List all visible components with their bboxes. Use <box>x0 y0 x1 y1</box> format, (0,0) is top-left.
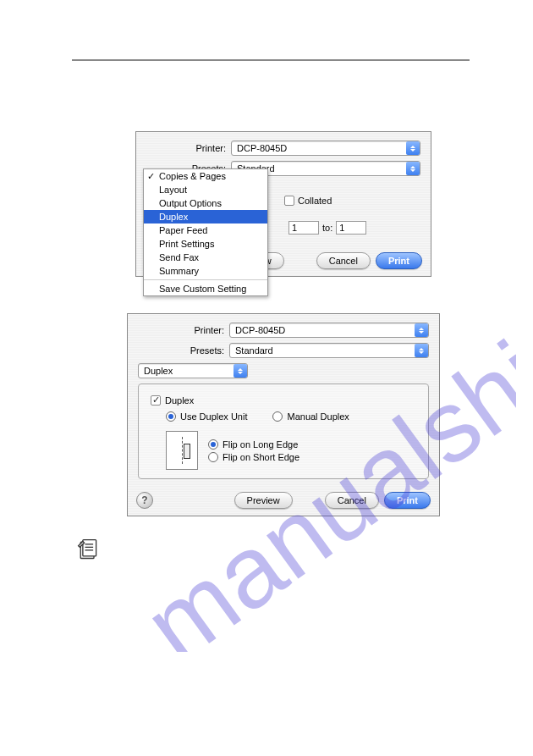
preview-button[interactable]: Preview <box>234 492 293 509</box>
use-duplex-unit-label: Use Duplex Unit <box>180 411 247 422</box>
print-dialog-duplex-pane: Printer: DCP-8045D Presets: Standard Dup… <box>127 313 440 516</box>
menu-item-output-options[interactable]: Output Options <box>144 196 267 210</box>
flip-long-edge-label: Flip on Long Edge <box>223 439 298 450</box>
printer-value: DCP-8045D <box>237 143 287 153</box>
pane-select-value: Duplex <box>144 366 173 376</box>
svg-rect-2 <box>83 540 96 556</box>
dropdown-arrows-icon <box>415 323 428 337</box>
dropdown-arrows-icon <box>406 162 420 175</box>
menu-item-duplex[interactable]: Duplex <box>144 210 267 223</box>
duplex-checkbox-label: Duplex <box>165 395 194 406</box>
print-dialog-menu-open: Printer: DCP-8045D Presets: Standard Cop… <box>135 131 431 277</box>
printer-select[interactable]: DCP-8045D <box>229 323 429 338</box>
duplex-options-panel: Duplex Use Duplex Unit Manual Duplex Fli… <box>138 384 429 479</box>
page-from-input[interactable]: 1 <box>288 221 319 235</box>
manual-duplex-label: Manual Duplex <box>287 411 349 422</box>
printer-value: DCP-8045D <box>235 325 285 335</box>
flip-short-edge-radio[interactable] <box>208 452 218 462</box>
menu-separator <box>144 279 267 280</box>
presets-label: Presets: <box>138 345 229 356</box>
collated-label: Collated <box>298 196 332 206</box>
menu-item-print-settings[interactable]: Print Settings <box>144 237 267 251</box>
help-button[interactable]: ? <box>136 492 153 509</box>
to-label: to: <box>322 223 332 233</box>
flip-short-edge-label: Flip on Short Edge <box>223 452 299 462</box>
presets-select[interactable]: Standard <box>229 343 429 358</box>
manual-duplex-radio[interactable] <box>272 411 283 422</box>
collated-checkbox[interactable] <box>284 196 294 206</box>
menu-item-layout[interactable]: Layout <box>144 183 267 196</box>
flip-long-edge-radio[interactable] <box>208 439 218 450</box>
duplex-illustration-icon <box>166 431 198 470</box>
cancel-button[interactable]: Cancel <box>316 252 371 269</box>
presets-value: Standard <box>235 345 273 356</box>
dropdown-arrows-icon <box>234 364 247 378</box>
dropdown-arrows-icon <box>415 344 428 357</box>
menu-item-send-fax[interactable]: Send Fax <box>144 251 267 264</box>
printer-label: Printer: <box>138 325 229 335</box>
cancel-button[interactable]: Cancel <box>325 492 379 509</box>
pane-select[interactable]: Duplex <box>138 363 248 378</box>
note-icon <box>76 538 100 563</box>
menu-item-paper-feed[interactable]: Paper Feed <box>144 223 267 237</box>
menu-item-summary[interactable]: Summary <box>144 264 267 278</box>
menu-item-save-custom[interactable]: Save Custom Setting <box>144 282 267 295</box>
print-button[interactable]: Print <box>376 252 422 269</box>
duplex-checkbox[interactable] <box>151 395 161 406</box>
printer-select[interactable]: DCP-8045D <box>231 141 420 156</box>
print-button[interactable]: Print <box>384 492 431 509</box>
use-duplex-unit-radio[interactable] <box>166 411 176 422</box>
printer-label: Printer: <box>146 143 231 153</box>
pane-dropdown-menu: Copies & Pages Layout Output Options Dup… <box>143 168 268 296</box>
dropdown-arrows-icon <box>406 141 420 155</box>
horizontal-rule <box>72 59 470 61</box>
menu-item-copies-pages[interactable]: Copies & Pages <box>144 169 267 183</box>
page-to-input[interactable]: 1 <box>336 221 366 235</box>
